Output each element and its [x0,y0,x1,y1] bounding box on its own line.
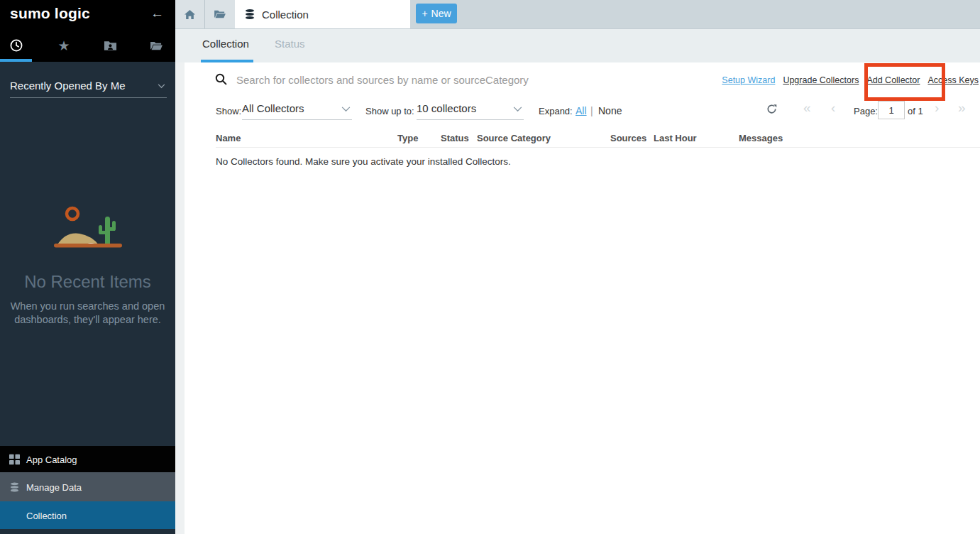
column-header-messages: Messages [739,133,783,143]
chevron-down-icon [341,107,351,112]
last-page-icon[interactable]: » [958,101,966,114]
separator: | [590,105,593,116]
active-icon-tab-indicator [0,59,32,62]
setup-wizard-link[interactable]: Setup Wizard [722,75,775,85]
tab-label: Collection [262,9,309,21]
recents-clock-icon[interactable] [7,37,26,54]
sumo-logic-logo: sumo logic [10,5,90,22]
sun-icon [67,208,78,219]
expand-label: Expand: [539,106,573,116]
sidebar-item-collection[interactable]: Collection [0,501,175,529]
prev-page-icon[interactable]: ‹ [831,101,835,114]
search-input[interactable] [235,69,678,90]
personal-folder-icon[interactable] [101,37,119,54]
collection-panel: Setup Wizard Upgrade Collectors Add Coll… [185,62,980,534]
page-label: Page: [854,106,878,116]
table-empty-message: No Collectors found. Make sure you activ… [216,156,511,167]
collapse-sidebar-icon[interactable]: ← [150,6,164,21]
new-button[interactable]: + New [416,4,457,23]
access-keys-link[interactable]: Access Keys [927,75,979,85]
show-dropdown[interactable]: All Collectors [242,100,352,120]
sidebar-item-app-catalog[interactable]: App Catalog [0,446,175,472]
limit-dropdown-value: 10 collectors [417,102,476,114]
subtab-collection[interactable]: Collection [202,38,249,50]
secondary-tab-bar: Collection Status [175,29,980,62]
table-header-divider [216,147,980,148]
app-grid-icon [9,454,20,464]
column-header-status: Status [441,133,469,143]
library-folder-icon[interactable] [147,37,165,54]
show-dropdown-value: All Collectors [242,102,304,114]
home-button[interactable] [175,0,205,28]
recent-filter-dropdown[interactable]: Recently Opened By Me [10,77,167,98]
column-header-last-hour: Last Hour [654,133,697,143]
favorites-star-icon[interactable]: ★ [55,37,73,54]
folder-icon [214,9,226,19]
page-total: of 1 [908,106,923,116]
sidebar-logo-bar: sumo logic ← [0,0,175,28]
column-header-source-category: Source Category [477,133,551,143]
database-icon [9,481,20,492]
sidebar-empty-message: When you run searches and open dashboard… [10,300,166,327]
sidebar: sumo logic ← ★ Recently Opened By Me [0,0,175,534]
sidebar-item-manage-data[interactable]: Manage Data [0,472,175,501]
subtab-status[interactable]: Status [275,38,305,50]
database-icon [244,9,255,20]
sidebar-empty-title: No Recent Items [0,272,175,292]
page-input[interactable] [878,101,905,119]
recent-filter-label: Recently Opened By Me [10,80,126,92]
tab-collection[interactable]: Collection [235,0,410,28]
upgrade-collectors-link[interactable]: Upgrade Collectors [783,75,859,85]
sumo-logic-app: sumo logic ← ★ Recently Opened By Me [0,0,980,534]
column-header-name: Name [216,133,241,143]
search-icon [215,73,227,85]
limit-label: Show up to: [365,106,414,116]
home-icon [184,9,196,20]
first-page-icon[interactable]: « [803,101,811,114]
column-header-type: Type [397,133,418,143]
sidebar-item-label: Collection [26,510,67,521]
new-button-label: New [431,8,451,19]
next-page-icon[interactable]: › [935,101,939,114]
tab-strip: Collection + New [175,0,980,29]
desert-illustration [44,205,132,254]
chevron-down-icon [513,107,522,112]
column-header-sources: Sources [610,133,646,143]
sidebar-item-label: Manage Data [26,481,82,492]
expand-none-link[interactable]: None [598,105,622,116]
chevron-down-icon [158,84,165,89]
expand-all-link[interactable]: All [576,105,587,116]
plus-icon: + [422,8,427,19]
show-label: Show: [216,106,241,116]
collector-action-links: Setup Wizard Upgrade Collectors Add Coll… [722,75,979,85]
sidebar-icon-tabs: ★ [0,28,175,62]
refresh-icon[interactable] [766,104,777,114]
sidebar-item-label: App Catalog [26,454,77,464]
library-button[interactable] [205,0,236,28]
limit-dropdown[interactable]: 10 collectors [417,100,524,120]
add-collector-link[interactable]: Add Collector [866,75,920,85]
